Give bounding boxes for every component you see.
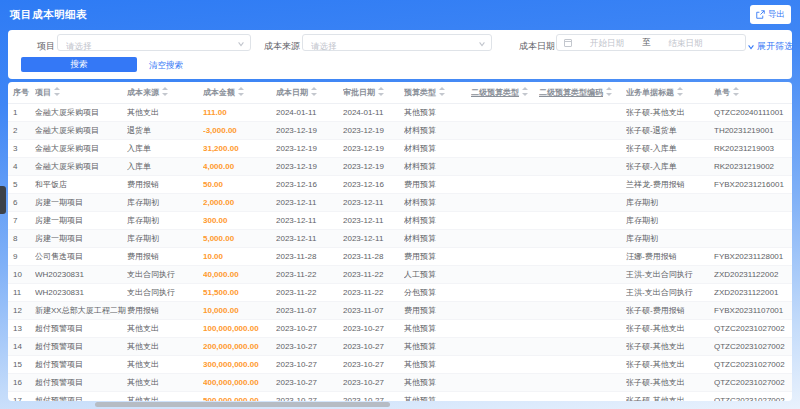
table-row: 7 房建一期项目 库存期初 300.00 2023-12-11 2023-12-… [8,211,792,229]
cell-doc-number: RK20231219002 [714,157,792,175]
cost-date-range-picker[interactable]: 至 [556,34,746,51]
project-select-input[interactable] [58,39,250,54]
export-button[interactable]: 导出 [750,5,791,24]
cell-cost-source: 费用报销 [127,301,203,319]
sort-caret-icon[interactable] [439,87,445,96]
cell-approval-date: 2023-12-11 [343,211,404,229]
cell-cost-date: 2023-10-27 [276,391,343,401]
table-header-row: 序号 项目 成本来源 成本金额 成本日期 审批日期 预算类型 二级预算类型 二级… [8,82,792,103]
cell-doc-title: 张子硕-其他支出 [626,391,714,401]
cell-cost-amount: 300,000,000.00 [203,355,276,373]
cell-project: 金融大厦采购项目 [35,157,127,175]
cell-doc-title: 库存期初 [626,193,714,211]
project-select[interactable] [57,34,251,51]
start-date-input[interactable] [572,35,642,50]
sort-caret-icon[interactable] [733,87,739,96]
cost-detail-table: 序号 项目 成本来源 成本金额 成本日期 审批日期 预算类型 二级预算类型 二级… [8,82,792,401]
cell-project: WH20230831 [35,265,127,283]
cell-sub-budget-type [471,103,539,121]
sort-caret-icon[interactable] [606,87,612,96]
cell-project: 和平饭店 [35,175,127,193]
sort-caret-icon[interactable] [311,87,317,96]
cell-budget-type: 费用预算 [404,247,471,265]
cell-sub-budget-type [471,229,539,247]
col-header-cost-amount[interactable]: 成本金额 [203,82,276,103]
cell-approval-date: 2024-01-11 [343,103,404,121]
cell-doc-title: 库存期初 [626,229,714,247]
cell-doc-number: TH20231219001 [714,121,792,139]
cell-sub-budget-type [471,391,539,401]
cell-project: WH20230831 [35,283,127,301]
cell-sub-budget-type-code [539,193,626,211]
sort-caret-icon[interactable] [162,87,168,96]
cell-cost-date: 2023-11-22 [276,265,343,283]
cell-budget-type: 材料预算 [404,139,471,157]
cell-doc-number [714,193,792,211]
cell-doc-title: 王洪-支出合同执行 [626,265,714,283]
project-filter-label: 项目 [37,40,55,53]
cell-cost-amount: 51,500.00 [203,283,276,301]
end-date-input[interactable] [651,35,721,50]
cell-budget-type: 其他预算 [404,391,471,401]
cell-doc-number: QTZC20231027002 [714,355,792,373]
cell-project: 超付预警项目 [35,319,127,337]
cell-sub-budget-type [471,139,539,157]
col-header-budget-type[interactable]: 预算类型 [404,82,471,103]
cell-approval-date: 2023-12-11 [343,229,404,247]
col-header-doc-number[interactable]: 单号 [714,82,792,103]
search-button[interactable]: 搜索 [21,57,137,72]
cell-index: 3 [8,139,35,157]
cell-doc-title: 库存期初 [626,211,714,229]
cost-source-filter-label: 成本来源 [264,40,300,53]
col-header-sub-budget-type-code[interactable]: 二级预算类型编码 [539,82,626,103]
cell-sub-budget-type-code [539,121,626,139]
sort-caret-icon[interactable] [54,87,60,96]
cost-source-select-input[interactable] [303,39,491,54]
cell-doc-number: QTZC20231027002 [714,337,792,355]
cell-doc-title: 张子硕-入库单 [626,157,714,175]
cell-approval-date: 2023-10-27 [343,391,404,401]
calendar-icon [564,39,572,47]
table-row: 16 超付预警项目 其他支出 400,000,000.00 2023-10-27… [8,373,792,391]
cell-doc-title: 张子硕-其他支出 [626,373,714,391]
cost-source-select[interactable] [302,34,492,51]
col-header-cost-source[interactable]: 成本来源 [127,82,203,103]
col-header-approval-date[interactable]: 审批日期 [343,82,404,103]
cell-index: 9 [8,247,35,265]
cell-cost-source: 其他支出 [127,103,203,121]
export-icon [756,10,765,19]
cell-approval-date: 2023-12-19 [343,121,404,139]
sort-caret-icon[interactable] [238,87,244,96]
col-header-project[interactable]: 项目 [35,82,127,103]
cell-doc-title: 王洪-支出合同执行 [626,283,714,301]
cell-cost-source: 其他支出 [127,337,203,355]
table-row: 8 房建一期项目 库存期初 5,000.00 2023-12-11 2023-1… [8,229,792,247]
cell-approval-date: 2023-12-19 [343,139,404,157]
export-label: 导出 [768,9,785,21]
cell-sub-budget-type [471,175,539,193]
cell-cost-source: 支出合同执行 [127,283,203,301]
left-edge-tab[interactable] [0,186,6,214]
table-row: 9 公司售迭项目 费用报销 10.00 2023-11-28 2023-11-2… [8,247,792,265]
cell-budget-type: 其他预算 [404,373,471,391]
expand-filters-link[interactable]: 展开筛选 [747,40,793,53]
cell-cost-amount: -3,000.00 [203,121,276,139]
cell-index: 2 [8,121,35,139]
cell-approval-date: 2023-11-07 [343,301,404,319]
col-header-sub-budget-type[interactable]: 二级预算类型 [471,82,539,103]
col-header-cost-date[interactable]: 成本日期 [276,82,343,103]
cell-cost-date: 2023-10-27 [276,337,343,355]
horizontal-scrollbar-thumb[interactable] [95,402,390,407]
cell-doc-title: 张子硕-其他支出 [626,103,714,121]
clear-search-link[interactable]: 清空搜索 [149,60,183,72]
sort-caret-icon[interactable] [677,87,683,96]
cell-doc-number [714,229,792,247]
cell-doc-number: RK20231219003 [714,139,792,157]
table-row: 13 超付预警项目 其他支出 100,000,000.00 2023-10-27… [8,319,792,337]
sort-caret-icon[interactable] [378,87,384,96]
cell-cost-source: 入库单 [127,157,203,175]
sort-caret-icon[interactable] [522,87,528,96]
date-range-separator: 至 [642,37,651,49]
col-header-doc-title[interactable]: 业务单据标题 [626,82,714,103]
cell-doc-number [714,211,792,229]
